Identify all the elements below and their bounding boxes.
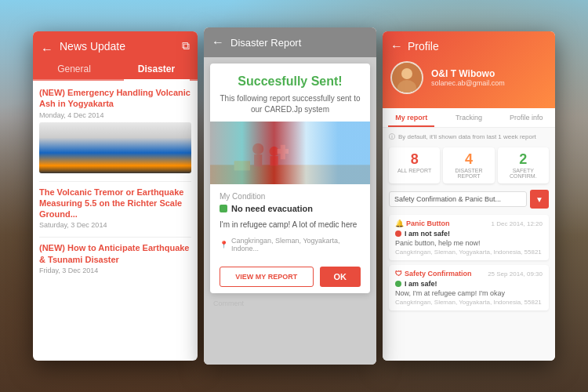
ok-button[interactable]: OK (320, 267, 361, 287)
news-item-date: Friday, 3 Dec 2014 (39, 267, 191, 274)
stats-row: 8 ALL REPORT 4 DISASTER REPORT 2 SAFETY … (389, 147, 549, 183)
list-item[interactable]: (NEW) How to Anticipate Earthquake & Tsu… (39, 242, 191, 274)
status-text: I am safe! (405, 280, 437, 288)
report-type: 🛡 Safety Confirmation (395, 270, 472, 278)
profile-email: solanec.ab@gmail.com (431, 79, 505, 87)
profile-back-button[interactable]: ← (390, 39, 403, 53)
profile-topbar: ← Profile (390, 39, 547, 53)
profile-tabs: My report Tracking Profile info (383, 108, 555, 128)
stat-safety-confirm: 2 SAFETY CONFIRM. (498, 147, 549, 183)
success-header: Succesfully Sent! This following report … (210, 64, 370, 122)
profile-header: ← Profile O&I T Wibowo solanec.ab@gmail.… (383, 31, 555, 108)
profile-title: Profile (408, 40, 439, 53)
report-title: Disaster Report (230, 37, 301, 49)
divider (39, 181, 191, 182)
report-msg: Now, I'm at refugee camp! I'm okay (395, 289, 543, 297)
news-item-image (39, 122, 191, 173)
tab-general[interactable]: General (33, 59, 115, 79)
news-item-title: The Volcanic Tremor or Earthquake Measur… (39, 187, 191, 220)
report-item-header: 🛡 Safety Confirmation 25 Sep 2014, 09:30 (395, 270, 543, 278)
report-message: I'm in refugee camp! A lot of medic here (220, 220, 361, 230)
report-back-button[interactable]: ← (212, 35, 224, 49)
list-item[interactable]: 🔔 Panic Button 1 Dec 2014, 12:20 I am no… (389, 215, 549, 260)
report-loc: Cangkringan, Sleman, Yogyakarta, Indones… (395, 299, 543, 306)
profile-text: O&I T Wibowo solanec.ab@gmail.com (431, 68, 505, 87)
report-image (210, 122, 370, 184)
news-item-title: (NEW) How to Anticipate Earthquake & Tsu… (39, 242, 191, 265)
news-item-title: (NEW) Emergency Handling Volcanic Ash in… (39, 87, 191, 110)
list-item[interactable]: The Volcanic Tremor or Earthquake Measur… (39, 187, 191, 230)
report-status: I am not safe! (395, 230, 543, 238)
stat-label: ALL REPORT (392, 168, 437, 173)
report-top-bar: ← Disaster Report (204, 27, 376, 57)
profile-info-row: O&I T Wibowo solanec.ab@gmail.com (390, 61, 547, 100)
report-status: I am safe! (395, 280, 543, 288)
location-text: Cangkringan, Sleman, Yogyakarta, Indone.… (231, 237, 361, 252)
info-icon: ⓘ (389, 132, 395, 141)
news-title: News Update (60, 40, 176, 59)
condition-text: No need evacuation (231, 204, 313, 213)
report-filter-select[interactable]: Safety Confirmation & Panic But... (389, 191, 527, 207)
status-text: I am not safe! (405, 230, 450, 238)
stat-number: 8 (392, 152, 437, 166)
report-date: 1 Dec 2014, 12:20 (492, 220, 543, 227)
tab-my-report[interactable]: My report (383, 108, 440, 127)
report-actions: VIEW MY REPORT OK (210, 260, 370, 293)
bell-icon: 🔔 (395, 220, 404, 227)
pin-icon: 📍 (220, 241, 228, 249)
profile-name: O&I T Wibowo (431, 68, 505, 79)
divider (39, 237, 191, 238)
news-back-button[interactable]: ← (41, 42, 53, 56)
comment-label: Comment (204, 299, 376, 312)
report-location: 📍 Cangkringan, Sleman, Yogyakarta, Indon… (220, 237, 361, 252)
tab-tracking[interactable]: Tracking (440, 108, 497, 127)
news-tab-bar: General Disaster (33, 59, 198, 81)
view-report-button[interactable]: VIEW MY REPORT (220, 267, 314, 287)
stat-label: DISASTER REPORT (446, 168, 491, 179)
condition-label: My Condition (220, 192, 361, 201)
screen-profile: ← Profile O&I T Wibowo solanec.ab@gmail.… (383, 31, 555, 361)
shield-icon: 🛡 (395, 270, 402, 278)
report-body: My Condition No need evacuation I'm in r… (210, 184, 370, 260)
filter-button[interactable]: ▼ (530, 190, 549, 209)
report-type: 🔔 Panic Button (395, 220, 450, 227)
green-dot-icon (220, 205, 227, 212)
news-share-icon[interactable]: ⧉ (182, 39, 190, 59)
avatar (390, 61, 423, 94)
success-title: Succesfully Sent! (220, 74, 361, 89)
stat-number: 4 (446, 152, 491, 166)
week-notice: ⓘ By default, it'll shown data from last… (389, 132, 549, 141)
svg-point-10 (401, 68, 412, 79)
screen-disaster-report: ← Disaster Report Succesfully Sent! This… (204, 27, 376, 365)
stat-all-report: 8 ALL REPORT (389, 147, 440, 183)
screens-container: ← News Update ⧉ General Disaster (NEW) E… (0, 0, 588, 392)
stat-number: 2 (501, 152, 546, 166)
stat-label: SAFETY CONFIRM. (501, 168, 546, 179)
news-item-date: Saturday, 3 Dec 2014 (39, 221, 191, 229)
news-top-bar: ← News Update ⧉ (33, 31, 198, 59)
list-item[interactable]: 🛡 Safety Confirmation 25 Sep 2014, 09:30… (389, 265, 549, 310)
report-loc: Cangkringan, Sleman, Yogyakarta, Indones… (395, 249, 543, 256)
condition-status: No need evacuation (220, 204, 361, 213)
report-date: 25 Sep 2014, 09:30 (488, 270, 543, 278)
report-item-header: 🔔 Panic Button 1 Dec 2014, 12:20 (395, 220, 543, 227)
tab-profile-info[interactable]: Profile info (498, 108, 555, 127)
report-card: Succesfully Sent! This following report … (210, 64, 370, 293)
filter-row: Safety Confirmation & Panic But... ▼ (389, 190, 549, 209)
list-item[interactable]: (NEW) Emergency Handling Volcanic Ash in… (39, 87, 191, 173)
status-dot-icon (395, 230, 401, 237)
profile-body: ⓘ By default, it'll shown data from last… (383, 128, 555, 361)
news-content: (NEW) Emergency Handling Volcanic Ash in… (33, 81, 198, 361)
success-desc: This following report successfully sent … (220, 93, 361, 115)
screen-news-update: ← News Update ⧉ General Disaster (NEW) E… (33, 31, 198, 361)
news-item-date: Monday, 4 Dec 2014 (39, 111, 191, 119)
status-dot-icon (395, 281, 401, 287)
report-msg: Panic button, help me now! (395, 239, 543, 247)
stat-disaster-report: 4 DISASTER REPORT (443, 147, 494, 183)
tab-disaster[interactable]: Disaster (115, 59, 198, 79)
